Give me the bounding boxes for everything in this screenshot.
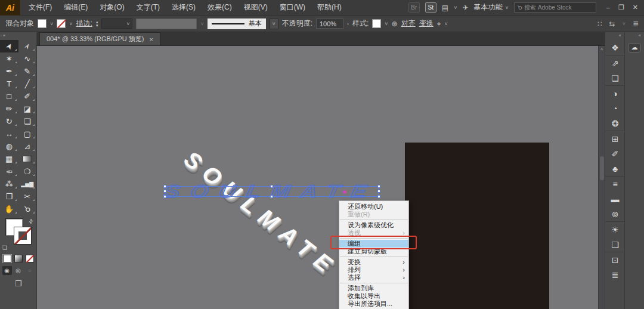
brush-dropdown-button[interactable]: ˅ <box>270 18 278 29</box>
context-menu-item-设为像素级优化[interactable]: 设为像素级优化 <box>339 221 408 229</box>
type-tool[interactable]: T <box>0 78 18 90</box>
width-profile-dropdown[interactable] <box>136 18 197 29</box>
menu-视图(V)[interactable]: 视图(V) <box>238 0 274 15</box>
free-transform-tool[interactable]: ▢ <box>18 128 37 140</box>
toolbox-collapse-icon[interactable]: « <box>0 32 36 40</box>
lasso-tool[interactable]: ∿ <box>18 52 37 65</box>
align-link[interactable]: 对齐 <box>401 18 416 29</box>
gradient-button[interactable] <box>14 255 23 262</box>
selection-handle[interactable] <box>377 195 380 198</box>
menu-效果(C)[interactable]: 效果(C) <box>202 0 238 15</box>
color-panel-button[interactable]: ◑ <box>605 86 625 101</box>
blend-tool[interactable]: ❍ <box>18 165 37 178</box>
transparency-panel-button[interactable]: ⊚ <box>605 206 625 221</box>
close-tab-icon[interactable]: × <box>149 36 153 43</box>
artboard[interactable] <box>405 143 549 309</box>
stroke-weight-label[interactable]: 描边: <box>76 18 92 29</box>
close-button[interactable]: ✕ <box>633 4 638 11</box>
stroke-panel-button[interactable]: ≡ <box>605 177 625 191</box>
eyedropper-tool[interactable]: ✑ <box>0 165 18 178</box>
workspace-switcher[interactable]: 基本功能 ˅ <box>474 2 509 13</box>
context-menu-item-排列[interactable]: 排列 <box>339 266 408 274</box>
share-icon[interactable]: ✈ <box>462 4 468 12</box>
menu-帮助(H)[interactable]: 帮助(H) <box>311 0 348 15</box>
selection-handle[interactable] <box>270 185 273 188</box>
zoom-tool[interactable]: ⚲ <box>18 203 37 215</box>
curvature-tool[interactable]: ✎ <box>18 65 37 78</box>
swatches-panel-button[interactable]: ⊞ <box>605 131 625 146</box>
gradient-panel-button[interactable]: ▬ <box>605 191 625 206</box>
transform-panel-button[interactable]: ⊡ <box>605 252 625 267</box>
adobe-stock-search[interactable]: ⚲ 搜索 Adobe Stock <box>514 2 596 13</box>
context-menu-item-导出所选项目...[interactable]: 导出所选项目... <box>339 300 408 308</box>
export-panel-button[interactable]: ⇗ <box>605 55 625 70</box>
graph-tool[interactable]: ▂▅▇ <box>18 178 37 190</box>
line-tool[interactable]: ╱ <box>18 78 37 90</box>
scale-tool[interactable]: ❏ <box>18 115 37 128</box>
color-button[interactable] <box>3 255 11 262</box>
selection-tool[interactable]: ➤ <box>0 40 18 52</box>
menu-文件(F)[interactable]: 文件(F) <box>23 0 58 15</box>
scroll-up-icon[interactable]: ˄ <box>599 47 605 52</box>
selection-handle[interactable] <box>377 185 380 188</box>
selection-handle[interactable] <box>163 185 166 188</box>
graphic-styles-panel-button[interactable]: ❑ <box>605 237 625 252</box>
recolor-artwork-icon[interactable]: ⊛ <box>392 20 398 28</box>
panel-dock-icon[interactable]: ⇆ <box>609 20 615 28</box>
grid-options-icon[interactable]: ∷ <box>597 20 602 28</box>
perspective-grid-tool[interactable]: ⊿ <box>18 140 37 153</box>
menu-选择(S)[interactable]: 选择(S) <box>166 0 202 15</box>
transform-link[interactable]: 变换 <box>419 18 434 29</box>
panel-collapse-icon[interactable]: « <box>605 32 624 40</box>
symbol-sprayer-tool[interactable]: ⁂ <box>0 178 18 190</box>
chevron-down-icon[interactable]: ˅ <box>385 21 388 27</box>
draw-normal-icon[interactable]: ◉ <box>2 266 12 275</box>
layers-panel-button[interactable]: ❖ <box>605 40 625 55</box>
rotate-tool[interactable]: ↻ <box>0 115 18 128</box>
brushes-panel-button[interactable]: ✐ <box>605 146 625 161</box>
slice-tool[interactable]: ✂ <box>18 190 37 203</box>
appearance-panel-button[interactable]: ☀ <box>605 222 625 237</box>
context-menu-item-选择[interactable]: 选择 <box>339 274 408 282</box>
canvas[interactable]: SOULMATE SOULMATE ✱ 还原移动(U)重做(R)设为像素级优化透… <box>37 46 598 309</box>
gradient-tool[interactable] <box>18 153 37 165</box>
menu-list-icon[interactable]: ≣ <box>633 20 639 28</box>
paintbrush-tool[interactable]: ✐ <box>18 90 37 103</box>
style-swatch[interactable] <box>372 19 381 28</box>
workspace-layout-icon[interactable]: ▤ <box>442 4 448 12</box>
selection-handle[interactable] <box>163 190 166 193</box>
menu-文字(T)[interactable]: 文字(T) <box>131 0 166 15</box>
stepper-down-icon[interactable]: ▾ <box>96 24 98 27</box>
chevron-down-icon[interactable]: ˅ <box>444 21 447 27</box>
default-swatches-icon[interactable]: ❏ <box>2 245 7 251</box>
panel-collapse-icon[interactable]: « <box>625 32 644 40</box>
hand-tool[interactable]: ✋ <box>0 203 18 215</box>
draw-behind-icon[interactable]: ◎ <box>14 266 23 275</box>
minimize-button[interactable]: – <box>606 4 610 11</box>
symbols-panel-button[interactable]: ♣ <box>605 161 625 176</box>
direct-selection-tool[interactable]: ➢ <box>18 40 37 52</box>
stroke-weight-dropdown[interactable]: ˅ <box>101 18 132 29</box>
menu-窗口(W)[interactable]: 窗口(W) <box>274 0 311 15</box>
none-button[interactable] <box>26 255 34 262</box>
fill-swatch[interactable] <box>38 19 47 28</box>
draw-inside-icon[interactable]: ○ <box>25 266 35 275</box>
opacity-more-icon[interactable]: › <box>347 21 349 27</box>
mesh-tool[interactable]: ▦ <box>0 153 18 165</box>
width-tool[interactable]: ↔ <box>0 128 18 140</box>
context-menu-item-还原移动(U)[interactable]: 还原移动(U) <box>339 203 408 211</box>
scrollbar-thumb[interactable] <box>600 156 604 180</box>
brush-definition-dropdown[interactable]: 基本 <box>208 18 266 29</box>
opacity-field[interactable]: 100% <box>316 18 343 29</box>
stroke-weight-stepper[interactable]: ▴ ▾ <box>96 20 98 27</box>
restore-button[interactable]: ❐ <box>618 4 624 11</box>
chevron-down-icon[interactable]: ˅ <box>454 5 457 11</box>
rectangle-tool[interactable]: □ <box>0 90 18 103</box>
vertical-scrollbar[interactable]: ˄ <box>598 46 605 309</box>
menu-对象(O)[interactable]: 对象(O) <box>94 0 130 15</box>
pen-tool[interactable]: ✒ <box>0 65 18 78</box>
bridge-icon[interactable]: Br <box>408 2 420 13</box>
selection-handle[interactable] <box>377 190 380 193</box>
chevron-down-icon[interactable]: ˅ <box>69 21 72 27</box>
context-menu-item-添加到库[interactable]: 添加到库 <box>339 285 408 292</box>
